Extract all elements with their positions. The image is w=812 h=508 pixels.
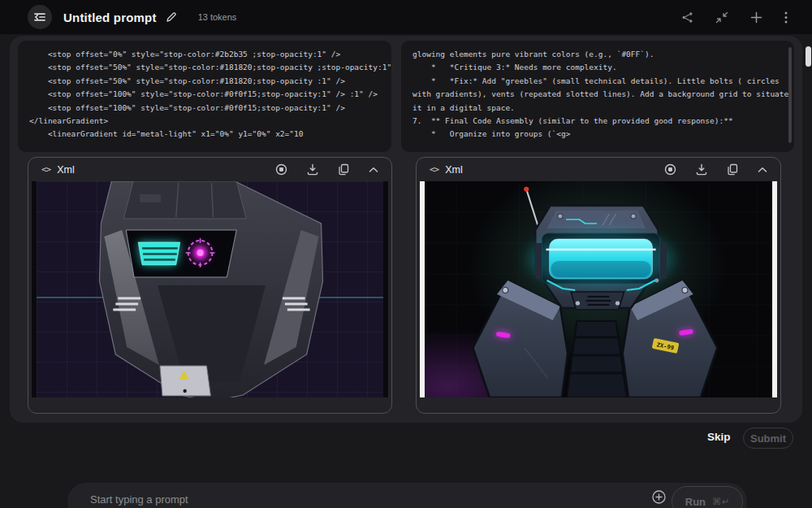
render-canvas-right: ZX-99 [420,181,777,397]
submit-button[interactable]: Submit [743,428,793,449]
robot-head-graphic-right: ZX-99 [425,181,772,397]
attach-button[interactable] [650,488,667,506]
download-button[interactable] [696,163,707,176]
run-label: Run [685,496,706,508]
top-bar: Untitled prompt 13 tokens [0,0,812,34]
skip-button[interactable]: Skip [707,431,731,443]
code-line: it in a digital space. [412,102,794,115]
code-scrollbar[interactable] [788,47,792,143]
code-tag-icon: <> [41,164,50,175]
code-excerpt-right[interactable]: glowing elements pure vibrant colors (e.… [401,41,794,152]
code-line: 7. ** Final Code Assembly (similar to th… [412,115,794,128]
more-options-button[interactable] [784,11,788,24]
collapse-panel-button[interactable] [758,167,767,173]
prompt-title: Untitled prompt [63,11,157,24]
page-scrollbar[interactable] [806,46,811,67]
panel-header: <> Xml [28,158,391,181]
code-line: <linearGradient id="metal-light" x1="0%"… [29,128,391,141]
add-button[interactable] [750,11,762,24]
code-line: * *Critique 3:* Needs more complexity. [412,61,794,74]
token-count: 13 tokens [198,12,237,22]
code-line: glowing elements pure vibrant colors (e.… [412,48,794,61]
code-tag-icon: <> [430,164,438,175]
download-button[interactable] [307,163,318,176]
panel-title: Xml [57,164,75,176]
xml-panel-left: <> Xml [28,157,392,414]
copy-button[interactable] [727,163,738,176]
code-line: with gradients), vents (repeated slotted… [412,88,794,101]
pencil-icon [166,11,177,23]
code-line: </linearGradient> [29,115,391,128]
edit-title-button[interactable] [166,11,177,23]
robot-render-right: ZX-99 [425,181,772,397]
collapse-panels-button[interactable] [715,11,728,24]
prompt-input-bar[interactable]: Start typing a prompt Run ⌘↵ [67,483,747,508]
app-root: { "topbar": { "title": "Untitled prompt"… [0,0,812,508]
code-line: * *Fix:* Add "greebles" (small technical… [412,75,794,88]
code-line: <stop offset="50%" style="stop-color:#18… [29,61,391,74]
collapse-panel-button[interactable] [369,167,378,173]
panel-header: <> Xml [417,158,780,181]
plus-circle-icon [652,490,666,504]
code-excerpt-left[interactable]: <stop offset="0%" style="stop-color:#2b2… [18,41,391,152]
copy-button[interactable] [338,163,349,176]
panel-title: Xml [445,164,463,176]
robot-head-graphic-left [37,181,383,397]
topbar-actions [681,11,788,24]
code-line: <stop offset="100%" style="stop-color:#0… [29,88,391,101]
code-line: <stop offset="50%" style="stop-color:#18… [29,75,391,88]
run-button[interactable]: Run ⌘↵ [672,486,743,508]
run-shortcut: ⌘↵ [712,496,729,507]
xml-panel-right: <> Xml [416,157,781,414]
robot-render-left [37,181,383,397]
response-comparison-card: <stop offset="0%" style="stop-color:#2b2… [10,36,802,423]
render-canvas-left [32,181,388,397]
stop-render-button[interactable] [664,163,676,176]
code-line: <stop offset="0%" style="stop-color:#2b2… [29,48,391,61]
stop-render-button[interactable] [275,163,287,176]
code-line: <stop offset="100%" style="stop-color:#0… [29,102,391,115]
share-button[interactable] [681,11,693,24]
code-line: * Organize into groups (`<g> [412,128,794,141]
prompt-placeholder: Start typing a prompt [90,493,188,506]
sidebar-toggle-button[interactable] [28,5,52,29]
sidebar-collapse-icon [33,11,46,23]
